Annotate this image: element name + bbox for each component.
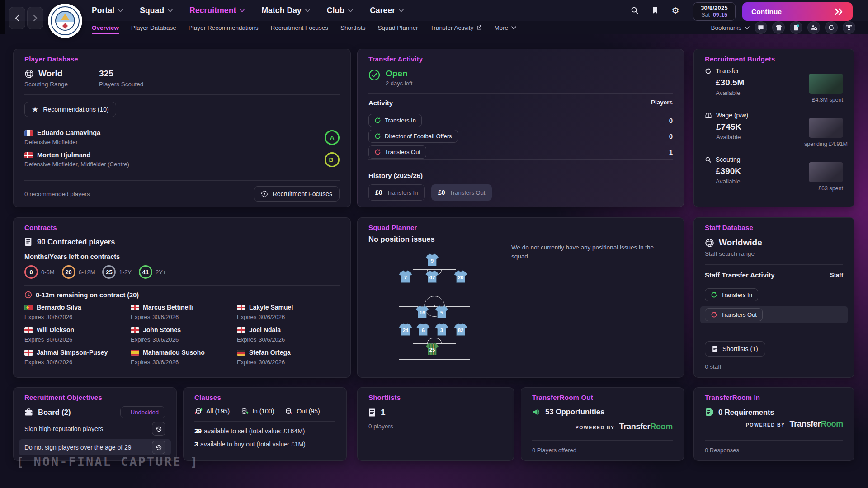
- trophy-icon[interactable]: [843, 21, 855, 34]
- subnav-player-database[interactable]: Player Database: [131, 21, 176, 34]
- settings-icon[interactable]: ⚙: [671, 6, 680, 15]
- card-title: Recruitment Objectives: [24, 394, 165, 401]
- chevron-left-icon: [15, 14, 19, 22]
- subnav-row: Overview Player Database Player Recommen…: [0, 21, 868, 34]
- contract-player[interactable]: Lakyle SamuelExpires30/6/2026: [237, 304, 340, 320]
- subnav-transfer-activity[interactable]: Transfer Activity: [430, 21, 482, 34]
- card-title: TransferRoom Out: [532, 394, 673, 401]
- divider: [194, 421, 335, 422]
- subnav-more[interactable]: More: [494, 21, 516, 34]
- objective-history-button[interactable]: [152, 441, 165, 454]
- megaphone-icon: [532, 408, 541, 416]
- dof-offers-chip[interactable]: Director of Football Offers: [368, 130, 458, 143]
- transfers-in-count: 0: [669, 117, 673, 124]
- contract-player[interactable]: Will DicksonExpires30/6/2026: [24, 326, 127, 343]
- subnav-player-recommendations[interactable]: Player Recommendations: [189, 21, 259, 34]
- pitch-player[interactable]: 9: [425, 253, 440, 267]
- pitch-player[interactable]: 16: [415, 305, 430, 319]
- staff-transfers-out-chip[interactable]: Transfers Out: [705, 308, 763, 321]
- objective-row[interactable]: Do not sign players over the age of 29: [19, 439, 171, 455]
- brand-transfer: Transfer: [790, 419, 821, 428]
- globe-icon: [705, 238, 714, 248]
- contracted-players-total: 90 Contracted players: [37, 238, 115, 246]
- shirt-icon[interactable]: [772, 21, 785, 34]
- clauses-in-filter[interactable]: In (100): [241, 407, 274, 415]
- subnav-squad-planner[interactable]: Squad Planner: [378, 21, 418, 34]
- pitch-player-goalkeeper[interactable]: 25: [425, 342, 440, 356]
- bookmarks-dropdown[interactable]: Bookmarks: [711, 24, 750, 31]
- expires-label: Expires: [237, 336, 256, 343]
- expiry-date: 30/6/2026: [46, 359, 72, 366]
- search-icon[interactable]: [630, 6, 639, 15]
- continue-button[interactable]: Continue: [742, 2, 853, 21]
- bookmark-icon[interactable]: [651, 6, 660, 15]
- clauses-out-filter[interactable]: Out (95): [285, 407, 320, 415]
- contracts-6-12m-label: 6-12M: [79, 269, 95, 276]
- subnav-overview[interactable]: Overview: [92, 21, 119, 34]
- star-icon: ★: [32, 106, 38, 113]
- scout-search-icon[interactable]: [807, 21, 820, 34]
- transferroom-out-card: TransferRoom Out 53 Opportunities POWERE…: [521, 387, 684, 461]
- nav-club[interactable]: Club: [327, 6, 353, 15]
- contract-player[interactable]: Marcus BettinelliExpires30/6/2026: [131, 304, 233, 320]
- pitch-player[interactable]: 6: [416, 323, 431, 337]
- subnav-shortlists[interactable]: Shortlists: [340, 21, 366, 34]
- transfer-cycle-icon: [711, 291, 717, 298]
- nation-flag: [237, 327, 245, 333]
- objectives-status-pill[interactable]: - Undecided: [120, 406, 165, 418]
- contract-player[interactable]: Bernardo SilvaExpires30/6/2026: [24, 304, 127, 320]
- pitch-player[interactable]: 3: [434, 323, 449, 337]
- history-transfers-out-button[interactable]: £0Transfers Out: [431, 184, 492, 201]
- expires-label: Expires: [131, 336, 150, 343]
- inbox-icon[interactable]: [755, 21, 767, 34]
- chevron-down-icon: [305, 9, 310, 12]
- history-transfers-in-button[interactable]: £0Transfers In: [368, 184, 425, 201]
- recommendations-button[interactable]: ★ Recommendations (10): [24, 102, 116, 117]
- sync-icon[interactable]: [825, 21, 838, 34]
- contract-player[interactable]: John StonesExpires30/6/2026: [131, 326, 233, 343]
- transfers-out-chip[interactable]: Transfers Out: [368, 145, 426, 159]
- forward-button[interactable]: [27, 7, 43, 29]
- objective-history-button[interactable]: [152, 422, 165, 436]
- player-name: Lakyle Samuel: [249, 304, 293, 311]
- focus-icon: [261, 190, 268, 197]
- pitch-player[interactable]: 82: [453, 323, 468, 337]
- objective-row[interactable]: Sign high-reputation players: [19, 421, 171, 437]
- pitch-player[interactable]: 47: [425, 270, 440, 284]
- staff-shortlists-button[interactable]: Shortlists (1): [705, 341, 765, 357]
- nav-recruitment[interactable]: Recruitment: [189, 6, 245, 15]
- shortlist-icon: [368, 408, 376, 417]
- pitch-player[interactable]: 24: [398, 323, 413, 337]
- clauses-sell-line: 39available to sell (total value: £164M): [194, 427, 335, 435]
- pitch-player[interactable]: 7: [398, 270, 413, 284]
- expires-label: Expires: [237, 314, 256, 320]
- recruitment-focuses-button[interactable]: Recruitment Focuses: [254, 186, 340, 202]
- back-button[interactable]: [9, 7, 25, 29]
- subnav-recruitment-focuses[interactable]: Recruitment Focuses: [270, 21, 328, 34]
- contract-player[interactable]: Stefan OrtegaExpires30/6/2026: [237, 349, 340, 366]
- transfers-in-chip[interactable]: Transfers In: [368, 114, 422, 127]
- recommended-player-row[interactable]: Eduardo Camavinga Defensive Midfielder A: [24, 129, 340, 145]
- budget-transfer-note: £4.3M spent: [804, 97, 843, 103]
- divider: [24, 94, 340, 95]
- recommended-player-row[interactable]: Morten Hjulmand Defensive Midfielder, Mi…: [24, 151, 340, 168]
- activity-row: Director of Football Offers 0: [368, 130, 673, 143]
- nav-match-day[interactable]: Match Day: [261, 6, 310, 15]
- nav-portal[interactable]: Portal: [92, 6, 123, 15]
- staff-transfers-in-chip[interactable]: Transfers In: [705, 288, 758, 301]
- nav-career[interactable]: Career: [370, 6, 404, 15]
- scout-grade-badge: B-: [325, 152, 340, 167]
- contract-player[interactable]: Jahmai Simpson-PuseyExpires30/6/2026: [24, 349, 127, 366]
- pitch-player[interactable]: 20: [453, 270, 468, 284]
- clauses-all-filter[interactable]: All (195): [194, 407, 230, 415]
- pitch-player[interactable]: 5: [434, 305, 449, 319]
- contract-player[interactable]: Mahamadou SusohoExpires30/6/2026: [131, 349, 233, 366]
- transfers-out-count: 1: [669, 148, 673, 156]
- contract-player[interactable]: Joel NdalaExpires30/6/2026: [237, 326, 340, 343]
- nav-squad[interactable]: Squad: [140, 6, 173, 15]
- club-badge[interactable]: [48, 4, 82, 38]
- clauses-all-label: All (195): [206, 408, 230, 415]
- divider: [368, 93, 673, 94]
- transfer-activity-card: Transfer Activity Open 2 days left Activ…: [357, 49, 684, 207]
- report-icon[interactable]: [790, 21, 802, 34]
